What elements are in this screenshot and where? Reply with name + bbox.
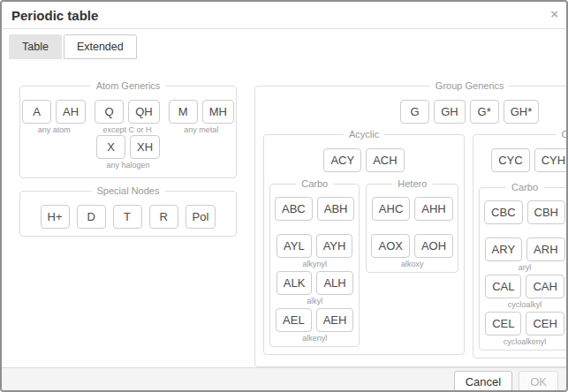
group-generics-legend: Group Generics xyxy=(430,80,510,91)
generic-Gstar-button[interactable]: G* xyxy=(470,100,499,124)
generic-Q-button[interactable]: Q xyxy=(95,100,124,124)
special-R-button[interactable]: R xyxy=(149,205,178,229)
special-nodes-row: H+ D T R Pol xyxy=(27,205,229,229)
left-column: Atom Generics A AH any atom Q QH xyxy=(19,86,237,237)
generic-M-button[interactable]: M xyxy=(169,100,198,124)
any-metal-group: M MH any metal xyxy=(169,100,234,135)
dialog-body: Atom Generics A AH any atom Q QH xyxy=(2,59,566,367)
cycloalkenyl-caption: cycloalkenyl xyxy=(504,337,547,347)
acyclic-fieldset: Acyclic ACY ACH Carbo xyxy=(263,134,465,355)
generic-CEH-button[interactable]: CEH xyxy=(526,312,564,335)
generic-AYH-button[interactable]: AYH xyxy=(316,234,353,258)
any-halogen-caption: any halogen xyxy=(106,161,149,170)
cyclic-carbo-fieldset: Carbo CBC CBH xyxy=(479,187,568,351)
acyclic-legend: Acyclic xyxy=(344,129,384,139)
atom-generics-row-2: X XH any halogen xyxy=(27,135,229,170)
generic-GHstar-button[interactable]: GH* xyxy=(504,100,540,124)
generic-GH-button[interactable]: GH xyxy=(434,100,466,124)
generic-CYH-button[interactable]: CYH xyxy=(534,148,568,172)
generic-MH-button[interactable]: MH xyxy=(202,100,234,124)
alkenyl-caption: alkenyl xyxy=(302,334,327,343)
except-c-or-h-caption: except C or H xyxy=(102,125,151,135)
generic-CBC-button[interactable]: CBC xyxy=(484,200,522,224)
generic-CAH-button[interactable]: CAH xyxy=(526,275,564,298)
dialog-header: Periodic table × xyxy=(2,2,566,29)
acyclic-cyclic-row: Acyclic ACY ACH Carbo xyxy=(263,134,568,358)
except-c-or-h-group: Q QH except C or H xyxy=(95,100,160,135)
alkynyl-caption: alkynyl xyxy=(302,260,327,269)
any-atom-group: A AH any atom xyxy=(22,100,86,135)
generic-CYC-button[interactable]: CYC xyxy=(491,148,529,172)
tab-table[interactable]: Table xyxy=(9,34,62,59)
atom-generics-legend: Atom Generics xyxy=(91,80,166,91)
generic-AEL-button[interactable]: AEL xyxy=(276,308,312,332)
generic-AOH-button[interactable]: AOH xyxy=(414,234,453,258)
tab-bar: Table Extended xyxy=(2,29,566,59)
special-Hplus-button[interactable]: H+ xyxy=(41,205,70,229)
cancel-button[interactable]: Cancel xyxy=(454,371,512,392)
generic-AHH-button[interactable]: AHH xyxy=(414,197,452,221)
alkyl-caption: alkyl xyxy=(307,297,322,306)
any-halogen-group: X XH any halogen xyxy=(96,135,160,170)
acyclic-sub-columns: Carbo ABC ABH xyxy=(269,184,458,347)
acyclic-hetero-legend: Hetero xyxy=(392,178,432,189)
generic-X-button[interactable]: X xyxy=(96,135,125,159)
special-Pol-button[interactable]: Pol xyxy=(186,205,216,229)
close-icon[interactable]: × xyxy=(550,7,558,20)
generic-ARH-button[interactable]: ARH xyxy=(526,237,564,261)
generic-CBH-button[interactable]: CBH xyxy=(527,200,565,224)
special-nodes-legend: Special Nodes xyxy=(92,185,165,196)
dialog-title: Periodic table xyxy=(2,2,566,23)
generic-AOX-button[interactable]: AOX xyxy=(371,234,409,258)
cyclic-fieldset: Cyclic CYC CYH CXX xyxy=(473,134,568,358)
generic-ACH-button[interactable]: ACH xyxy=(366,148,404,172)
special-D-button[interactable]: D xyxy=(77,205,106,229)
tab-extended[interactable]: Extended xyxy=(64,34,137,59)
generic-ACY-button[interactable]: ACY xyxy=(323,148,361,172)
generic-ABC-button[interactable]: ABC xyxy=(275,197,313,221)
aryl-caption: aryl xyxy=(519,263,532,273)
ok-button[interactable]: OK xyxy=(519,371,558,392)
generic-AH-button[interactable]: AH xyxy=(56,100,86,124)
generic-ARY-button[interactable]: ARY xyxy=(485,237,523,261)
cyclic-sub-columns: Carbo CBC CBH xyxy=(479,187,568,351)
any-atom-caption: any atom xyxy=(38,125,71,135)
acyclic-carbo-legend: Carbo xyxy=(296,178,333,189)
generic-CEL-button[interactable]: CEL xyxy=(485,312,521,335)
generic-AEH-button[interactable]: AEH xyxy=(316,308,354,332)
atom-generics-fieldset: Atom Generics A AH any atom Q QH xyxy=(19,86,237,178)
generic-ALH-button[interactable]: ALH xyxy=(316,271,352,295)
cycloalkyl-caption: cycloalkyl xyxy=(508,300,542,310)
special-T-button[interactable]: T xyxy=(113,205,142,229)
generic-QH-button[interactable]: QH xyxy=(128,100,160,124)
generic-ABH-button[interactable]: ABH xyxy=(317,197,355,221)
cyclic-carbo-legend: Carbo xyxy=(506,182,543,192)
right-column: Group Generics G GH G* GH* Acyclic ACY xyxy=(254,86,568,367)
acyclic-top-row: ACY ACH xyxy=(269,148,458,172)
group-generics-top-row: G GH G* GH* xyxy=(263,100,568,124)
alkoxy-caption: alkoxy xyxy=(401,260,424,269)
group-generics-fieldset: Group Generics G GH G* GH* Acyclic ACY xyxy=(254,86,568,367)
generic-A-button[interactable]: A xyxy=(22,100,51,124)
acyclic-hetero-fieldset: Hetero AHC AHH xyxy=(366,184,458,273)
generic-AHC-button[interactable]: AHC xyxy=(372,197,410,221)
acyclic-carbo-fieldset: Carbo ABC ABH xyxy=(269,184,360,347)
periodic-table-dialog: Periodic table × Table Extended Atom Gen… xyxy=(0,0,568,392)
any-metal-caption: any metal xyxy=(184,125,218,135)
generic-AYL-button[interactable]: AYL xyxy=(276,234,312,258)
generic-CAL-button[interactable]: CAL xyxy=(485,275,521,298)
dialog-footer: Cancel OK xyxy=(2,367,566,392)
cyclic-legend: Cyclic xyxy=(557,129,568,139)
generic-ALK-button[interactable]: ALK xyxy=(276,271,313,295)
cyclic-top-row: CYC CYH CXX CXH no carbon xyxy=(479,148,568,184)
generic-XH-button[interactable]: XH xyxy=(130,135,160,159)
atom-generics-row-1: A AH any atom Q QH except C or H xyxy=(27,100,229,135)
generic-G-button[interactable]: G xyxy=(400,100,429,124)
special-nodes-fieldset: Special Nodes H+ D T R Pol xyxy=(19,191,237,237)
